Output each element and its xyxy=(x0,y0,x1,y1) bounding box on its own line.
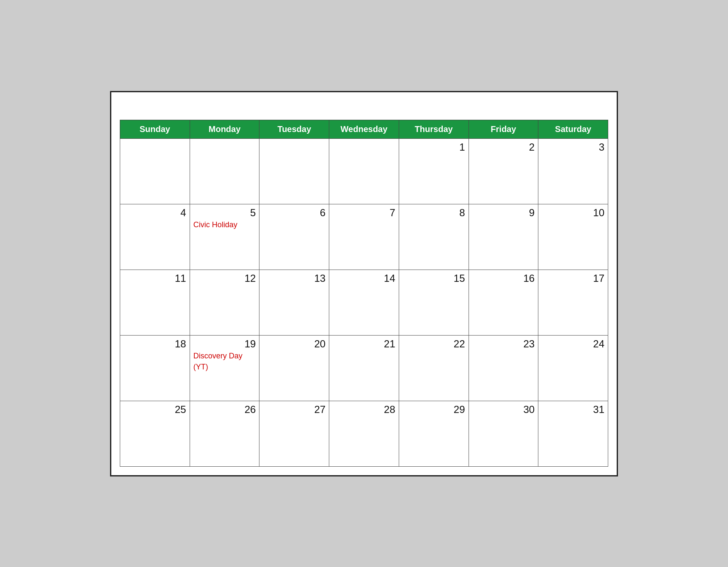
calendar-day-cell: 24 xyxy=(538,335,608,401)
calendar-day-cell: 7 xyxy=(329,204,399,270)
calendar-day-cell: 8 xyxy=(399,204,469,270)
calendar-day-cell: 30 xyxy=(469,401,538,466)
calendar-day-cell: 20 xyxy=(259,335,329,401)
day-number: 24 xyxy=(542,338,604,350)
day-number: 26 xyxy=(193,404,256,416)
calendar-week-row: 11121314151617 xyxy=(120,270,608,335)
day-number: 1 xyxy=(403,141,465,153)
calendar-day-cell: 13 xyxy=(259,270,329,335)
calendar-week-row: 1819Discovery Day (YT)2021222324 xyxy=(120,335,608,401)
calendar-container: SundayMondayTuesdayWednesdayThursdayFrid… xyxy=(110,91,618,476)
calendar-day-cell: 25 xyxy=(120,401,190,466)
day-number: 16 xyxy=(472,272,535,284)
day-number: 23 xyxy=(472,338,535,350)
day-of-week-header: Friday xyxy=(469,120,538,138)
calendar-day-cell: 5Civic Holiday xyxy=(190,204,259,270)
calendar-day-cell: 23 xyxy=(469,335,538,401)
day-number: 21 xyxy=(333,338,395,350)
calendar-day-cell: 15 xyxy=(399,270,469,335)
day-number: 27 xyxy=(263,404,325,416)
calendar-day-cell xyxy=(190,138,259,204)
day-number: 13 xyxy=(263,272,325,284)
day-number: 9 xyxy=(472,207,535,219)
calendar-week-row: 45Civic Holiday678910 xyxy=(120,204,608,270)
calendar-day-cell: 11 xyxy=(120,270,190,335)
calendar-week-row: 123 xyxy=(120,138,608,204)
day-number: 20 xyxy=(263,338,325,350)
calendar-day-cell: 17 xyxy=(538,270,608,335)
day-number: 22 xyxy=(403,338,465,350)
day-of-week-header: Tuesday xyxy=(259,120,329,138)
calendar-day-cell: 3 xyxy=(538,138,608,204)
calendar-day-cell: 14 xyxy=(329,270,399,335)
day-number: 8 xyxy=(403,207,465,219)
calendar-day-cell xyxy=(329,138,399,204)
day-number: 31 xyxy=(542,404,604,416)
calendar-day-cell: 2 xyxy=(469,138,538,204)
calendar-day-cell xyxy=(120,138,190,204)
day-number: 19 xyxy=(193,338,256,350)
day-number: 28 xyxy=(333,404,395,416)
day-number: 3 xyxy=(542,141,604,153)
calendar-day-cell: 16 xyxy=(469,270,538,335)
day-number: 25 xyxy=(124,404,186,416)
calendar-day-cell: 31 xyxy=(538,401,608,466)
calendar-grid: SundayMondayTuesdayWednesdayThursdayFrid… xyxy=(120,120,608,467)
calendar-day-cell: 21 xyxy=(329,335,399,401)
day-number: 12 xyxy=(193,272,256,284)
day-of-week-header: Saturday xyxy=(538,120,608,138)
day-number: 5 xyxy=(193,207,256,219)
calendar-body: 12345Civic Holiday6789101112131415161718… xyxy=(120,138,608,466)
day-of-week-header: Sunday xyxy=(120,120,190,138)
day-number: 14 xyxy=(333,272,395,284)
calendar-header-row: SundayMondayTuesdayWednesdayThursdayFrid… xyxy=(120,120,608,138)
calendar-title xyxy=(120,101,608,120)
day-number: 2 xyxy=(472,141,535,153)
calendar-day-cell xyxy=(259,138,329,204)
calendar-day-cell: 6 xyxy=(259,204,329,270)
day-number: 11 xyxy=(124,272,186,284)
day-number: 6 xyxy=(263,207,325,219)
day-of-week-header: Thursday xyxy=(399,120,469,138)
calendar-day-cell: 26 xyxy=(190,401,259,466)
calendar-day-cell: 4 xyxy=(120,204,190,270)
calendar-day-cell: 28 xyxy=(329,401,399,466)
day-number: 4 xyxy=(124,207,186,219)
calendar-day-cell: 19Discovery Day (YT) xyxy=(190,335,259,401)
calendar-day-cell: 18 xyxy=(120,335,190,401)
calendar-day-cell: 9 xyxy=(469,204,538,270)
calendar-day-cell: 22 xyxy=(399,335,469,401)
calendar-day-cell: 10 xyxy=(538,204,608,270)
day-number: 17 xyxy=(542,272,604,284)
day-number: 15 xyxy=(403,272,465,284)
day-of-week-header: Monday xyxy=(190,120,259,138)
day-number: 10 xyxy=(542,207,604,219)
holiday-label: Discovery Day (YT) xyxy=(193,352,243,371)
day-of-week-header: Wednesday xyxy=(329,120,399,138)
day-number: 18 xyxy=(124,338,186,350)
holiday-label: Civic Holiday xyxy=(193,220,237,229)
day-number: 7 xyxy=(333,207,395,219)
calendar-day-cell: 12 xyxy=(190,270,259,335)
day-number: 30 xyxy=(472,404,535,416)
calendar-day-cell: 1 xyxy=(399,138,469,204)
calendar-day-cell: 27 xyxy=(259,401,329,466)
calendar-day-cell: 29 xyxy=(399,401,469,466)
calendar-week-row: 25262728293031 xyxy=(120,401,608,466)
day-number: 29 xyxy=(403,404,465,416)
